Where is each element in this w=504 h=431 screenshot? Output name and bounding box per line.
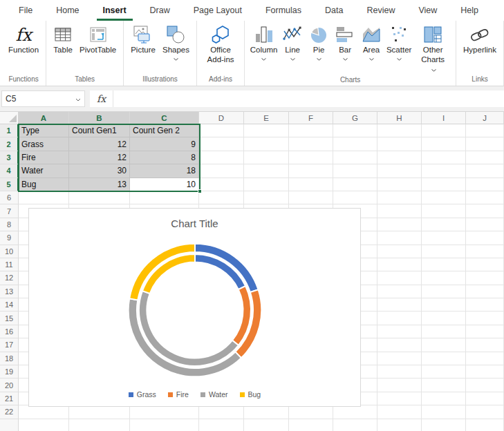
area-button[interactable]: Area: [358, 23, 384, 62]
cell-I16[interactable]: [422, 325, 466, 338]
cell-H13[interactable]: [377, 285, 422, 298]
cell-C4[interactable]: 18: [130, 164, 199, 178]
tab-file[interactable]: File: [7, 0, 44, 21]
cell-J16[interactable]: [466, 325, 504, 338]
cell-J12[interactable]: [466, 271, 504, 285]
tab-help[interactable]: Help: [449, 0, 490, 21]
cell-H18[interactable]: [377, 352, 422, 365]
column-header-i[interactable]: I: [422, 112, 466, 124]
column-header-j[interactable]: J: [466, 112, 504, 124]
cell-H19[interactable]: [377, 365, 422, 379]
cell-J22[interactable]: [466, 405, 504, 419]
cell-F1[interactable]: [289, 124, 333, 137]
cell-D1[interactable]: [199, 124, 244, 137]
pivottable-button[interactable]: PivotTable: [76, 23, 120, 56]
cell-E22[interactable]: [244, 405, 289, 419]
cell-F3[interactable]: [289, 151, 333, 164]
cell-H20[interactable]: [377, 379, 422, 392]
cell-H12[interactable]: [377, 271, 422, 285]
cell-G2[interactable]: [333, 137, 377, 151]
line-button[interactable]: Line: [279, 23, 306, 62]
row-header-15[interactable]: 15: [0, 312, 19, 325]
row-header-18[interactable]: 18: [0, 352, 19, 365]
cell-I8[interactable]: [422, 218, 466, 231]
cell-J10[interactable]: [466, 245, 504, 258]
cell-J20[interactable]: [466, 379, 504, 392]
cell-J5[interactable]: [466, 178, 504, 191]
cell-G5[interactable]: [333, 178, 377, 191]
cell-D22[interactable]: [199, 405, 244, 419]
cell-H14[interactable]: [377, 298, 422, 312]
cell-I21[interactable]: [422, 392, 466, 405]
cell-C6[interactable]: [130, 191, 199, 204]
select-all-corner[interactable]: [0, 112, 19, 124]
cell-H10[interactable]: [377, 245, 422, 258]
cell-B6[interactable]: [69, 191, 130, 204]
office-add-ins-button[interactable]: Office Add-ins: [200, 23, 241, 66]
chevron-down-icon[interactable]: [174, 57, 178, 61]
cell-H22[interactable]: [377, 405, 422, 419]
cell-H21[interactable]: [377, 392, 422, 405]
doughnut-chart[interactable]: [29, 209, 362, 408]
cell-C5[interactable]: 10: [130, 178, 199, 191]
cell-B3[interactable]: 12: [69, 151, 130, 164]
cell-D23[interactable]: [199, 419, 244, 431]
cell-B2[interactable]: 12: [69, 137, 130, 151]
cell-G1[interactable]: [333, 124, 377, 137]
cell-D2[interactable]: [199, 137, 244, 151]
cell-C2[interactable]: 9: [130, 137, 199, 151]
cell-H1[interactable]: [377, 124, 422, 137]
row-header-10[interactable]: 10: [0, 245, 19, 258]
chevron-down-icon[interactable]: [397, 57, 402, 61]
cell-F22[interactable]: [289, 405, 333, 419]
cell-H17[interactable]: [377, 338, 422, 352]
chevron-down-icon[interactable]: [369, 57, 374, 61]
row-header-5[interactable]: 5: [0, 178, 19, 191]
cell-H3[interactable]: [377, 151, 422, 164]
cell-G23[interactable]: [333, 419, 377, 431]
cell-I1[interactable]: [422, 124, 466, 137]
cell-H11[interactable]: [377, 258, 422, 271]
chart-object[interactable]: Chart Title GrassFireWaterBug: [28, 208, 361, 407]
cell-I10[interactable]: [422, 245, 466, 258]
chevron-down-icon[interactable]: [290, 57, 295, 61]
cell-I15[interactable]: [422, 312, 466, 325]
picture-button[interactable]: Picture: [127, 23, 159, 56]
tab-review[interactable]: Review: [355, 0, 407, 21]
row-header-17[interactable]: 17: [0, 338, 19, 352]
cell-A23[interactable]: [19, 419, 69, 431]
bar-button[interactable]: Bar: [332, 23, 358, 62]
cell-J8[interactable]: [466, 218, 504, 231]
cell-J14[interactable]: [466, 298, 504, 312]
cell-E4[interactable]: [244, 164, 289, 178]
tab-data[interactable]: Data: [313, 0, 355, 21]
cell-J13[interactable]: [466, 285, 504, 298]
cell-I4[interactable]: [422, 164, 466, 178]
cell-H23[interactable]: [377, 419, 422, 431]
row-header-14[interactable]: 14: [0, 298, 19, 312]
tab-formulas[interactable]: Formulas: [254, 0, 313, 21]
cell-D4[interactable]: [199, 164, 244, 178]
row-header-16[interactable]: 16: [0, 325, 19, 338]
insert-function-button[interactable]: fx: [90, 90, 113, 107]
row-header-12[interactable]: 12: [0, 271, 19, 285]
cell-E2[interactable]: [244, 137, 289, 151]
column-header-e[interactable]: E: [244, 112, 289, 124]
cell-B22[interactable]: [69, 405, 130, 419]
column-header-a[interactable]: A: [19, 112, 69, 124]
cell-I12[interactable]: [422, 271, 466, 285]
cell-H4[interactable]: [377, 164, 422, 178]
row-header-4[interactable]: 4: [0, 164, 19, 178]
name-box[interactable]: C5: [1, 90, 85, 107]
cell-H2[interactable]: [377, 137, 422, 151]
tab-insert[interactable]: Insert: [91, 0, 138, 21]
cell-I13[interactable]: [422, 285, 466, 298]
column-header-h[interactable]: H: [377, 112, 422, 124]
row-header-9[interactable]: 9: [0, 231, 19, 245]
cell-J11[interactable]: [466, 258, 504, 271]
chevron-down-icon[interactable]: [343, 57, 348, 61]
cell-D3[interactable]: [199, 151, 244, 164]
row-header-13[interactable]: 13: [0, 285, 19, 298]
cell-I5[interactable]: [422, 178, 466, 191]
column-header-d[interactable]: D: [199, 112, 244, 124]
